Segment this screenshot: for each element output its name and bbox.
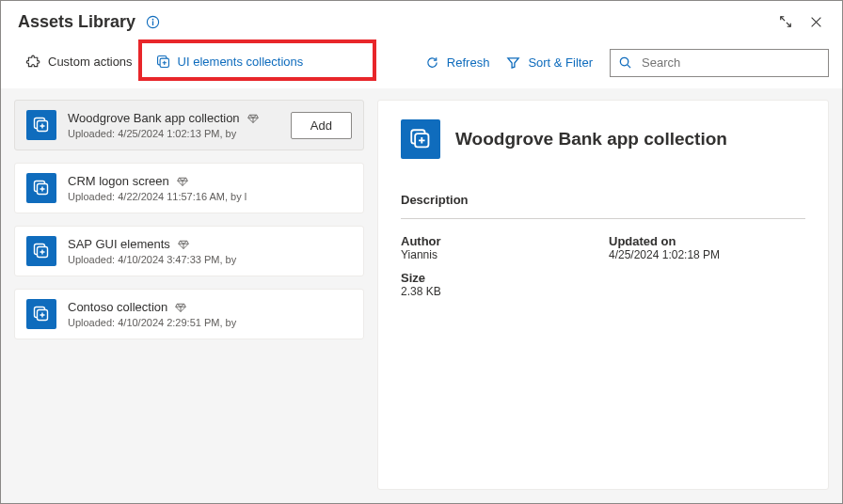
tab-custom-actions[interactable]: Custom actions — [14, 46, 144, 79]
puzzle-icon — [25, 54, 41, 70]
filter-icon — [506, 55, 520, 70]
refresh-icon — [425, 55, 439, 70]
list-item[interactable]: SAP GUI elements Uploaded: 4/10/2024 3:4… — [14, 226, 364, 276]
collections-list: Woodgrove Bank app collection Uploaded: … — [14, 100, 364, 490]
search-icon — [618, 55, 632, 70]
size-label: Size — [401, 271, 597, 285]
author-label: Author — [401, 234, 597, 248]
detail-title: Woodgrove Bank app collection — [455, 129, 727, 150]
premium-icon — [177, 176, 188, 187]
author-value: Yiannis — [401, 248, 597, 261]
description-label: Description — [401, 193, 805, 207]
item-title: Woodgrove Bank app collection — [68, 111, 240, 125]
updated-value: 4/25/2024 1:02:18 PM — [609, 248, 805, 261]
item-subtitle: Uploaded: 4/25/2024 1:02:13 PM, by — [68, 128, 279, 139]
item-subtitle: Uploaded: 4/10/2024 3:47:33 PM, by — [68, 254, 352, 265]
premium-icon — [247, 113, 259, 124]
svg-point-1 — [151, 18, 153, 20]
item-title: SAP GUI elements — [68, 237, 170, 251]
list-item[interactable]: Contoso collection Uploaded: 4/10/2024 2… — [14, 289, 364, 339]
expand-icon[interactable] — [772, 8, 799, 35]
svg-rect-2 — [151, 21, 152, 25]
tab-label: Custom actions — [48, 55, 133, 69]
collection-item-icon — [26, 299, 56, 329]
sort-filter-button[interactable]: Sort & Filter — [506, 55, 593, 70]
search-input[interactable] — [640, 55, 820, 71]
refresh-button[interactable]: Refresh — [425, 55, 490, 70]
item-subtitle: Uploaded: 4/22/2024 11:57:16 AM, by l — [68, 191, 352, 202]
content-area: Woodgrove Bank app collection Uploaded: … — [1, 88, 842, 503]
search-box[interactable] — [610, 49, 829, 77]
svg-point-5 — [620, 57, 628, 65]
sort-filter-label: Sort & Filter — [528, 55, 593, 70]
tab-label: UI elements collections — [178, 55, 304, 69]
collection-item-icon — [26, 173, 56, 203]
toolbar: Custom actions UI elements collections — [1, 40, 842, 88]
detail-panel: Woodgrove Bank app collection Descriptio… — [377, 100, 829, 490]
list-item[interactable]: CRM logon screen Uploaded: 4/22/2024 11:… — [14, 163, 364, 213]
add-button[interactable]: Add — [291, 112, 352, 139]
tab-ui-elements-collections[interactable]: UI elements collections — [144, 46, 315, 79]
premium-icon — [178, 239, 189, 250]
info-icon[interactable] — [145, 14, 160, 29]
premium-icon — [175, 302, 186, 313]
updated-label: Updated on — [609, 234, 805, 248]
item-title: Contoso collection — [68, 300, 167, 314]
collection-item-icon — [26, 110, 56, 140]
list-item[interactable]: Woodgrove Bank app collection Uploaded: … — [14, 100, 364, 150]
collection-icon — [155, 54, 171, 70]
close-icon[interactable] — [803, 8, 829, 35]
collection-item-icon — [26, 236, 56, 266]
item-title: CRM logon screen — [68, 174, 169, 188]
title-bar: Assets Library — [1, 1, 842, 40]
size-value: 2.38 KB — [401, 285, 597, 298]
detail-collection-icon — [401, 119, 440, 159]
window-title: Assets Library — [18, 12, 135, 32]
item-subtitle: Uploaded: 4/10/2024 2:29:51 PM, by — [68, 317, 352, 328]
refresh-label: Refresh — [447, 55, 490, 70]
divider — [401, 218, 805, 219]
